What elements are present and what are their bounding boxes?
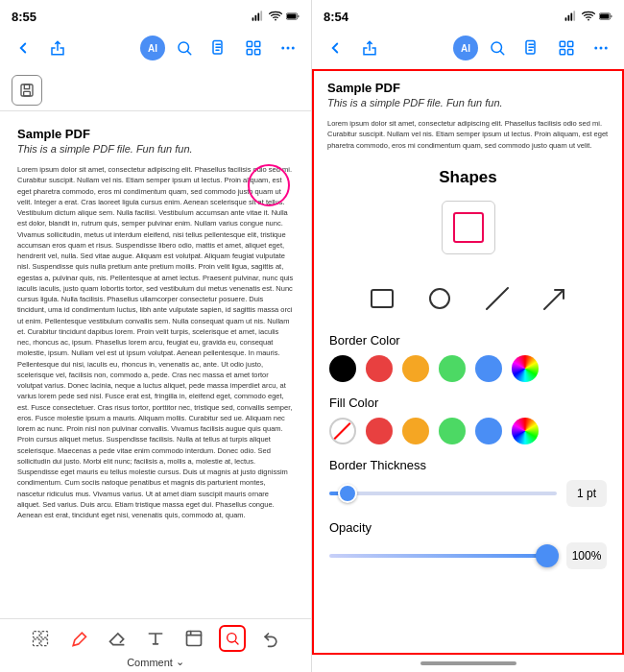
border-color-label: Border Color — [329, 333, 607, 348]
undo-tool[interactable] — [257, 625, 284, 652]
status-bar-right: 8:54 — [312, 0, 624, 27]
signal-icon-right — [564, 10, 578, 23]
border-thickness-row: 1 pt — [329, 480, 607, 507]
slider-track — [329, 492, 557, 495]
pdf-body-left: Lorem ipsum dolor sit amet, consectetur … — [17, 164, 294, 520]
shapes-panel: Sample PDF This is a simple PDF file. Fu… — [312, 69, 624, 655]
slider-thumb[interactable] — [338, 484, 357, 503]
search-shapes-tool[interactable] — [219, 625, 246, 652]
grid-button-right[interactable] — [551, 33, 582, 63]
svg-rect-41 — [568, 41, 573, 46]
eraser-tool[interactable] — [104, 625, 131, 652]
time-left: 8:55 — [12, 10, 36, 24]
arrow-shape-btn[interactable] — [536, 279, 574, 318]
back-button[interactable] — [8, 33, 38, 63]
svg-rect-20 — [24, 84, 29, 89]
pen-tool[interactable] — [65, 625, 92, 652]
fill-color-label: Fill Color — [329, 396, 607, 410]
share-button-right[interactable] — [354, 33, 385, 63]
svg-point-48 — [430, 289, 449, 308]
svg-rect-14 — [247, 50, 252, 55]
left-panel: 8:55 AI — [0, 0, 312, 672]
toolbar-right-group: AI — [140, 33, 303, 63]
svg-rect-19 — [21, 84, 33, 96]
border-color-green[interactable] — [439, 355, 466, 382]
fill-color-orange[interactable] — [402, 418, 429, 444]
opacity-slider[interactable] — [329, 546, 557, 565]
svg-rect-31 — [573, 11, 575, 21]
line-shape-btn[interactable] — [478, 279, 516, 318]
border-color-black[interactable] — [329, 355, 356, 382]
svg-rect-25 — [41, 639, 48, 646]
svg-rect-47 — [372, 290, 393, 307]
circle-shape-btn[interactable] — [420, 279, 459, 318]
opacity-track — [329, 554, 557, 558]
comment-label[interactable]: Comment ⌄ — [127, 656, 184, 668]
fill-color-red[interactable] — [366, 418, 393, 444]
toolbar-left: AI — [0, 27, 311, 69]
fill-color-blue[interactable] — [475, 418, 502, 444]
signal-icon — [252, 10, 265, 23]
opacity-row: 100% — [329, 542, 607, 569]
pdf-content-left: Sample PDF This is a simple PDF file. Fu… — [0, 111, 311, 618]
share-button[interactable] — [42, 33, 73, 63]
toolbar-right: AI — [312, 27, 624, 69]
wifi-icon-right — [582, 10, 595, 23]
svg-rect-3 — [260, 11, 262, 21]
border-thickness-slider[interactable] — [329, 484, 557, 503]
svg-point-32 — [588, 19, 589, 21]
doc-button-right[interactable] — [516, 33, 547, 63]
more-button[interactable] — [273, 33, 303, 63]
opacity-thumb[interactable] — [536, 544, 559, 567]
time-right: 8:54 — [324, 10, 348, 24]
svg-rect-2 — [257, 13, 259, 21]
border-color-red[interactable] — [366, 355, 393, 382]
border-thickness-value: 1 pt — [566, 480, 607, 507]
more-button-right[interactable] — [586, 33, 616, 63]
pdf-snippet-right: Sample PDF This is a simple PDF file. Fu… — [314, 71, 622, 156]
rectangle-shape-btn[interactable] — [363, 279, 401, 318]
pink-circle-annotation — [248, 164, 290, 206]
bottom-toolbar-left: Comment ⌄ — [0, 618, 311, 672]
fill-color-none[interactable] — [329, 418, 356, 444]
pdf-title-right: Sample PDF — [327, 81, 609, 95]
text-tool[interactable] — [142, 625, 169, 652]
ai-badge[interactable]: AI — [140, 36, 165, 60]
status-bar-left: 8:55 — [0, 0, 311, 27]
svg-rect-0 — [252, 17, 254, 21]
grid-button[interactable] — [238, 33, 269, 63]
left-special-bar — [0, 69, 311, 111]
svg-point-46 — [605, 47, 608, 50]
svg-rect-12 — [247, 41, 252, 46]
selection-tool[interactable] — [27, 625, 54, 652]
border-color-rainbow[interactable] — [512, 355, 539, 382]
svg-point-18 — [292, 47, 295, 50]
battery-icon — [286, 10, 300, 23]
ai-badge-right[interactable]: AI — [453, 36, 478, 60]
fill-color-green[interactable] — [439, 418, 466, 444]
border-color-orange[interactable] — [402, 355, 429, 382]
svg-point-35 — [492, 42, 502, 53]
sticky-tool[interactable] — [180, 625, 207, 652]
svg-line-50 — [544, 290, 564, 309]
search-button[interactable] — [169, 33, 200, 63]
border-color-blue[interactable] — [475, 355, 502, 382]
fill-color-rainbow[interactable] — [512, 418, 539, 444]
border-thickness-label: Border Thickness — [329, 458, 607, 472]
svg-rect-15 — [255, 50, 260, 55]
back-button-right[interactable] — [320, 33, 350, 63]
pdf-subtitle-left: This is a simple PDF file. Fun fun fun. — [17, 143, 294, 155]
battery-icon-right — [599, 10, 612, 23]
svg-rect-43 — [568, 50, 573, 55]
search-button-right[interactable] — [482, 33, 513, 63]
svg-rect-30 — [570, 13, 572, 21]
save-button[interactable] — [12, 75, 42, 106]
svg-rect-29 — [568, 15, 570, 21]
status-icons-right — [564, 10, 612, 23]
chevron-down-icon: ⌄ — [176, 656, 184, 668]
svg-rect-24 — [34, 639, 40, 646]
svg-rect-28 — [565, 17, 567, 21]
svg-rect-26 — [187, 632, 202, 646]
doc-button[interactable] — [204, 33, 234, 63]
shapes-panel-title: Shapes — [329, 168, 607, 187]
